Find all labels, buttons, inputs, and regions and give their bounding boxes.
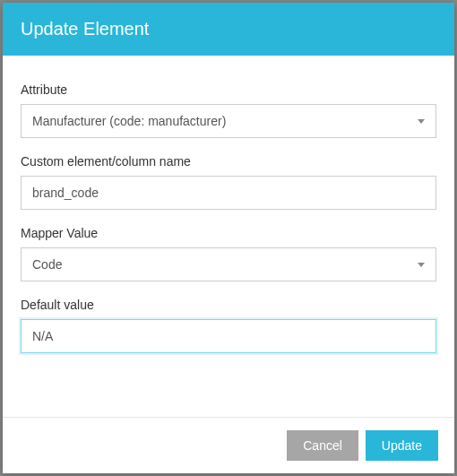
attribute-select[interactable]: Manufacturer (code: manufacturer) (21, 104, 436, 138)
modal-title: Update Element (21, 19, 149, 39)
modal-body: Attribute Manufacturer (code: manufactur… (3, 56, 454, 417)
caret-down-icon (418, 119, 425, 124)
update-element-modal: Update Element Attribute Manufacturer (c… (3, 3, 454, 473)
cancel-button[interactable]: Cancel (287, 430, 358, 461)
default-value-input[interactable] (21, 319, 436, 353)
custom-name-group: Custom element/column name (21, 154, 436, 210)
mapper-value-group: Mapper Value Code (21, 226, 436, 281)
default-value-label: Default value (21, 298, 436, 312)
attribute-group: Attribute Manufacturer (code: manufactur… (21, 82, 436, 138)
caret-down-icon (418, 263, 425, 267)
attribute-value: Manufacturer (code: manufacturer) (32, 114, 226, 128)
modal-header: Update Element (3, 3, 454, 56)
mapper-value-label: Mapper Value (21, 226, 436, 240)
attribute-label: Attribute (21, 82, 436, 97)
custom-name-input[interactable] (21, 176, 436, 210)
update-button[interactable]: Update (366, 430, 438, 461)
mapper-value-value: Code (32, 257, 62, 272)
custom-name-label: Custom element/column name (21, 154, 436, 169)
default-value-group: Default value (21, 298, 436, 353)
mapper-value-select[interactable]: Code (21, 247, 436, 281)
modal-footer: Cancel Update (3, 417, 454, 473)
